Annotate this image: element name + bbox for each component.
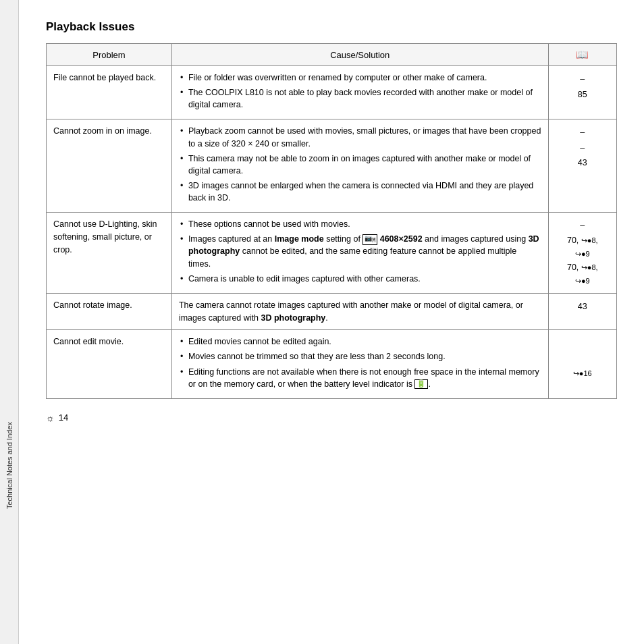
ref-value: 43 <box>556 299 610 315</box>
list-item: The COOLPIX L810 is not able to play bac… <box>179 86 541 111</box>
ref-cell: – 85 <box>548 66 616 119</box>
cause-list: Edited movies cannot be edited again. Mo… <box>179 336 541 390</box>
sun-icon: ☼ <box>46 412 55 423</box>
cause-cell: These options cannot be used with movies… <box>171 213 548 294</box>
page-container: Technical Notes and Index Playback Issue… <box>0 0 644 644</box>
list-item: These options cannot be used with movies… <box>179 218 541 230</box>
problem-cell: Cannot use D-Lighting, skin softening, s… <box>47 213 172 294</box>
problem-cell: Cannot zoom in on image. <box>47 119 172 213</box>
list-item: Camera is unable to edit images captured… <box>179 273 541 285</box>
bold-text: Image mode <box>275 234 324 244</box>
cause-list: Playback zoom cannot be used with movies… <box>179 125 541 204</box>
issues-table: Problem Cause/Solution 📖 File cannot be … <box>46 43 617 399</box>
table-row: Cannot edit movie. Edited movies cannot … <box>47 330 617 399</box>
cause-list: These options cannot be used with movies… <box>179 218 541 285</box>
cause-cell: Playback zoom cannot be used with movies… <box>171 119 548 213</box>
page-title: Playback Issues <box>46 20 617 34</box>
ref-value: ↪●16 <box>556 366 610 381</box>
page-footer: ☼ 14 <box>46 412 617 423</box>
arrow-ref2: ↪●9 <box>575 250 590 258</box>
table-row: Cannot rotate image. The camera cannot r… <box>47 293 617 330</box>
list-item: Images captured at an Image mode setting… <box>179 233 541 269</box>
ref-cell: 43 <box>548 293 616 330</box>
arrow-ref: ↪●8, <box>581 236 598 244</box>
side-tab: Technical Notes and Index <box>0 0 19 644</box>
ref-value: – <box>556 72 610 87</box>
problem-cell: Cannot rotate image. <box>47 293 172 330</box>
main-content: Playback Issues Problem Cause/Solution 📖… <box>19 0 644 644</box>
arrow-ref2: ↪●9 <box>575 277 590 285</box>
table-row: File cannot be played back. File or fold… <box>47 66 617 119</box>
ref-value <box>556 351 610 367</box>
footer-page-number: 14 <box>59 412 68 423</box>
ref-value: 85 <box>556 87 610 103</box>
ref-value: 70, ↪●8,↪●9 <box>556 261 610 288</box>
list-item: Edited movies cannot be edited again. <box>179 336 541 348</box>
bold-text: 3D photography <box>261 313 325 323</box>
bold-text: 4608×2592 <box>380 234 423 244</box>
cause-cell: Edited movies cannot be edited again. Mo… <box>171 330 548 399</box>
battery-icon: 🔋 <box>414 379 428 389</box>
ref-value: 70, ↪●8,↪●9 <box>556 234 610 261</box>
list-item: Movies cannot be trimmed so that they ar… <box>179 350 541 363</box>
header-cause: Cause/Solution <box>171 44 548 66</box>
cause-cell: The camera cannot rotate images captured… <box>171 293 548 330</box>
list-item: 3D images cannot be enlarged when the ca… <box>179 180 541 204</box>
list-item: File or folder was overwritten or rename… <box>179 72 541 84</box>
book-icon: 📖 <box>576 49 589 61</box>
list-item: This camera may not be able to zoom in o… <box>179 153 541 177</box>
ref-value: 43 <box>556 155 610 171</box>
image-mode-icon: 📷​M <box>363 234 377 244</box>
ref-cell: ↪●16 <box>548 330 616 399</box>
table-row: Cannot use D-Lighting, skin softening, s… <box>47 213 617 294</box>
ref-value: – <box>556 125 610 140</box>
ref-value: – <box>556 218 610 234</box>
ref-value <box>556 336 610 351</box>
problem-cell: Cannot edit movie. <box>47 330 172 399</box>
arrow-ref: ↪●8, <box>581 263 598 271</box>
table-row: Cannot zoom in on image. Playback zoom c… <box>47 119 617 213</box>
cause-cell: File or folder was overwritten or rename… <box>171 66 548 119</box>
side-tab-label: Technical Notes and Index <box>5 422 14 509</box>
header-ref: 📖 <box>548 44 616 66</box>
cause-text: The camera cannot rotate images captured… <box>179 300 523 323</box>
problem-cell: File cannot be played back. <box>47 66 172 119</box>
ref-cell: – 70, ↪●8,↪●9 70, ↪●8,↪●9 <box>548 213 616 294</box>
cause-list: File or folder was overwritten or rename… <box>179 72 541 111</box>
ref-value: – <box>556 140 610 156</box>
ref-cell: – – 43 <box>548 119 616 213</box>
list-item: Editing functions are not available when… <box>179 366 541 390</box>
list-item: Playback zoom cannot be used with movies… <box>179 125 541 149</box>
header-problem: Problem <box>47 44 172 66</box>
